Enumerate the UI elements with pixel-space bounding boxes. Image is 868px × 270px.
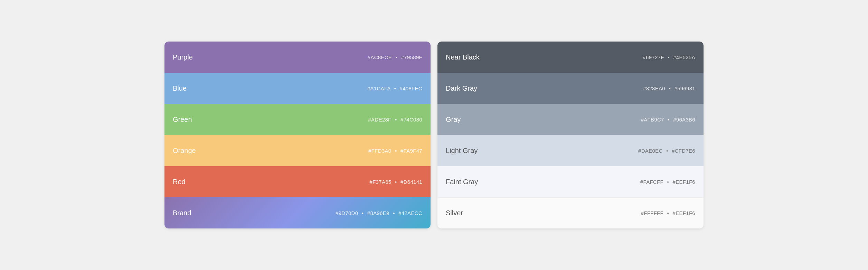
color-name-light-gray: Light Gray [446, 147, 478, 155]
color-codes-orange: #FFD3A0 • #FA9F47 [368, 148, 422, 154]
color-row-dark-gray: Dark Gray#828EA0 • #596981 [437, 73, 704, 104]
color-codes-dark-gray: #828EA0 • #596981 [643, 86, 695, 91]
color-name-silver: Silver [446, 209, 463, 217]
color-codes-purple: #AC8ECE • #79589F [368, 54, 422, 60]
color-row-light-gray: Light Gray#DAE0EC • #CFD7E6 [437, 135, 704, 166]
color-name-red: Red [173, 178, 186, 186]
color-codes-green: #ADE28F • #74C080 [368, 117, 422, 123]
color-row-silver: Silver#FFFFFF • #EEF1F6 [437, 197, 704, 228]
color-row-purple: Purple#AC8ECE • #79589F [164, 42, 431, 73]
right-color-card: Near Black#69727F • #4E535ADark Gray#828… [437, 42, 704, 228]
color-name-gray: Gray [446, 116, 461, 124]
color-name-faint-gray: Faint Gray [446, 178, 478, 186]
color-name-green: Green [173, 116, 192, 124]
color-codes-gray: #AFB9C7 • #96A3B6 [641, 117, 695, 123]
color-row-near-black: Near Black#69727F • #4E535A [437, 42, 704, 73]
color-codes-faint-gray: #FAFCFF • #EEF1F6 [640, 179, 695, 185]
color-codes-red: #F37A65 • #D64141 [370, 179, 422, 185]
color-codes-silver: #FFFFFF • #EEF1F6 [641, 210, 695, 216]
color-row-faint-gray: Faint Gray#FAFCFF • #EEF1F6 [437, 166, 704, 197]
color-row-gray: Gray#AFB9C7 • #96A3B6 [437, 104, 704, 135]
color-name-blue: Blue [173, 84, 187, 92]
color-row-brand: Brand#9D70D0 • #8A96E9 • #42AECC [164, 197, 431, 228]
color-name-brand: Brand [173, 209, 191, 217]
main-container: Purple#AC8ECE • #79589FBlue#A1CAFA • #40… [164, 42, 704, 228]
color-name-orange: Orange [173, 147, 196, 155]
color-codes-near-black: #69727F • #4E535A [643, 54, 695, 60]
color-row-blue: Blue#A1CAFA • #408FEC [164, 73, 431, 104]
color-codes-light-gray: #DAE0EC • #CFD7E6 [638, 148, 695, 154]
color-row-orange: Orange#FFD3A0 • #FA9F47 [164, 135, 431, 166]
color-codes-brand: #9D70D0 • #8A96E9 • #42AECC [336, 210, 422, 216]
color-name-purple: Purple [173, 53, 193, 61]
color-name-near-black: Near Black [446, 53, 480, 61]
left-color-card: Purple#AC8ECE • #79589FBlue#A1CAFA • #40… [164, 42, 431, 228]
color-name-dark-gray: Dark Gray [446, 84, 477, 92]
color-codes-blue: #A1CAFA • #408FEC [367, 86, 422, 91]
color-row-red: Red#F37A65 • #D64141 [164, 166, 431, 197]
color-row-green: Green#ADE28F • #74C080 [164, 104, 431, 135]
